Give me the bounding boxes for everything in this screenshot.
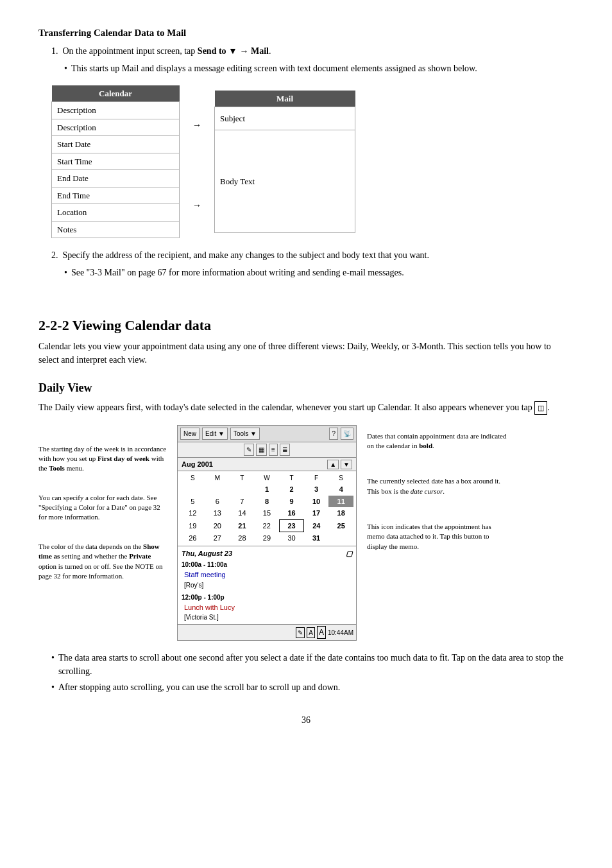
cal-day[interactable] [205, 483, 230, 496]
cal-day[interactable]: 31 [304, 532, 329, 544]
bottom-bullet-1-text: After stopping auto scrolling, you can u… [58, 681, 340, 694]
cal-icon-row: ✎ ▦ ≡ ≣ [178, 442, 356, 458]
cal-day[interactable]: 18 [328, 507, 353, 519]
bottom-time: 10:44AM [328, 628, 353, 638]
cal-day[interactable]: 22 [255, 519, 280, 532]
cal-day[interactable]: 8 [255, 496, 280, 508]
cal-day[interactable]: 24 [304, 519, 329, 532]
cal-day[interactable]: 9 [279, 496, 304, 508]
step1-mail: Mail [251, 46, 269, 56]
cal-week-0: 1 2 3 4 [180, 483, 353, 496]
date-label-text: Thu, August 23 [182, 548, 232, 559]
cal-week-2: 12 13 14 15 16 17 18 [180, 507, 353, 519]
tools-button[interactable]: Tools ▼ [230, 428, 260, 440]
cal-month-header: Aug 2001 ▲ ▼ [178, 458, 356, 472]
event1-title: Staff meeting [182, 569, 352, 580]
cal-day[interactable]: 27 [205, 532, 230, 544]
cal-day[interactable]: 25 [328, 519, 353, 532]
day-m: M [205, 473, 230, 483]
cal-week-4: 26 27 28 29 30 31 [180, 532, 353, 544]
cal-day[interactable]: 19 [180, 519, 205, 532]
new-button[interactable]: New [180, 428, 200, 440]
section-heading: Transferring Calendar Data to Mail [38, 26, 574, 40]
step1-bold: Send to [198, 46, 226, 56]
cal-day[interactable] [230, 483, 255, 496]
mail-header: Mail [215, 91, 355, 107]
week-icon-btn[interactable]: ≡ [269, 444, 278, 456]
annot-right-0: Dates that contain appointment data are … [367, 431, 508, 451]
cal-day-selected[interactable]: 23 [279, 519, 304, 532]
cal-day[interactable]: 21 [230, 519, 255, 532]
arrow-column: → → [180, 98, 214, 226]
cal-week-3: 19 20 21 22 23 24 25 [180, 519, 353, 532]
cal-toolbar: New Edit ▼ Tools ▼ ? 📡 [178, 426, 356, 442]
cal-day[interactable]: 29 [255, 532, 280, 544]
cal-day[interactable]: 20 [205, 519, 230, 532]
mail-subject-cell: Subject [215, 107, 355, 130]
cal-day[interactable]: 4 [328, 483, 353, 496]
cal-day[interactable]: 13 [205, 507, 230, 519]
annot-right-2: This icon indicates that the appointment… [367, 522, 508, 551]
cal-day[interactable]: 10 [304, 496, 329, 508]
edit-button[interactable]: Edit ▼ [202, 428, 228, 440]
step1-text: On the appointment input screen, tap [63, 46, 198, 56]
cal-day[interactable]: 3 [304, 483, 329, 496]
daily-view-intro: The Daily view appears first, with today… [38, 401, 574, 415]
memo-icon-btn[interactable]: ✎ [244, 444, 254, 456]
font-size-icon-big[interactable]: A [317, 626, 326, 639]
cal-day[interactable]: 14 [230, 507, 255, 519]
cal-day[interactable]: 17 [304, 507, 329, 519]
annotations-right: Dates that contain appointment data are … [367, 425, 508, 641]
cal-day[interactable]: 1 [255, 483, 280, 496]
cal-day[interactable]: 16 [279, 507, 304, 519]
mail-table: Mail Subject Body Text [214, 91, 355, 234]
annot-left-2: The color of the data depends on the Sho… [38, 542, 167, 582]
annotations-left: The starting day of the week is in accor… [38, 425, 167, 641]
selected-date-label: Thu, August 23 ▢ [182, 548, 352, 559]
cal-bottom-bar: ✎ A A 10:44AM [178, 624, 356, 640]
diagram-wrapper: The starting day of the week is in accor… [38, 425, 574, 641]
next-month-btn[interactable]: ▼ [341, 460, 352, 469]
memo-icon-display[interactable]: ✎ [296, 627, 305, 638]
cal-day[interactable]: 6 [205, 496, 230, 508]
day-f: F [304, 473, 329, 483]
bullet2-text: See "3-3 Mail" on page 67 for more infor… [71, 266, 404, 279]
cal-day[interactable]: 2 [279, 483, 304, 496]
day-s: S [180, 473, 205, 483]
event2-time: 12:00p - 1:00p [182, 593, 352, 602]
cal-day[interactable] [328, 532, 353, 544]
prev-month-btn[interactable]: ▲ [327, 460, 339, 469]
antenna-icon[interactable]: 📡 [341, 428, 353, 440]
cal-events: Thu, August 23 ▢ 10:00a - 11:00a Staff m… [178, 546, 356, 625]
help-icon[interactable]: ? [329, 428, 338, 440]
font-size-icon[interactable]: A [307, 627, 315, 638]
event2-loc: [Victoria St.] [182, 612, 352, 622]
cal-day[interactable]: 15 [255, 507, 280, 519]
cal-day[interactable]: 5 [180, 496, 205, 508]
cal-day[interactable]: 30 [279, 532, 304, 544]
cal-row-0: Description [52, 102, 180, 119]
annot-left-0: The starting day of the week is in accor… [38, 444, 167, 474]
annot-left-1: You can specify a color for each date. S… [38, 493, 167, 523]
cal-week-1: 5 6 7 8 9 10 11 [180, 496, 353, 508]
daily-intro-text: The Daily view appears first, with today… [38, 403, 532, 412]
daily-view-icon: ◫ [534, 401, 547, 415]
bottom-bullet-0: The data area starts to scroll about one… [51, 651, 574, 678]
cal-day[interactable]: 26 [180, 532, 205, 544]
cal-day[interactable]: 28 [230, 532, 255, 544]
cal-day[interactable]: 7 [230, 496, 255, 508]
cal-day[interactable]: 12 [180, 507, 205, 519]
daily-view-title: Daily View [38, 379, 574, 397]
scroll-icon[interactable]: ▢ [346, 548, 352, 559]
bullet1-text: This starts up Mail and displays a messa… [71, 62, 477, 75]
step-1: 1. On the appointment input screen, tap … [51, 44, 574, 58]
cal-grid-table: S M T W T F S 1 2 [180, 473, 353, 544]
month-icon-btn[interactable]: ≣ [280, 444, 290, 456]
day-w: W [255, 473, 280, 483]
day-t1: T [230, 473, 255, 483]
cal-day[interactable] [180, 483, 205, 496]
cal-day[interactable]: 11 [328, 496, 353, 508]
event1-loc: [Roy's] [182, 580, 352, 590]
daily-icon-btn[interactable]: ▦ [256, 444, 267, 456]
transfer-table-wrapper: Calendar Description Description Start D… [51, 85, 574, 239]
